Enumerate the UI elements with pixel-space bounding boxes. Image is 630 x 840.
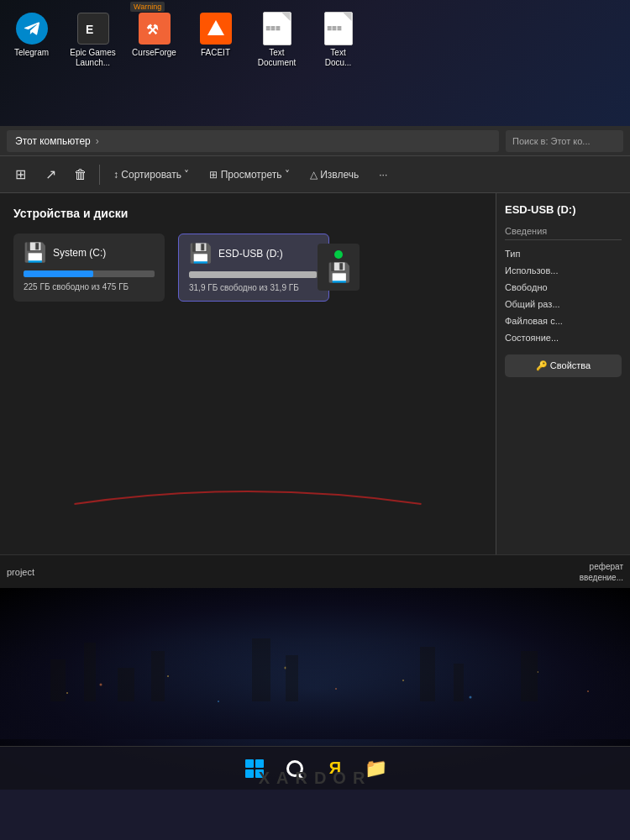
panel-row-free: Свободно (505, 282, 622, 292)
panel-section-label: Сведения (505, 226, 622, 240)
c-drive-bar-bg (24, 270, 155, 277)
telegram-icon-item[interactable]: Telegram (4, 8, 59, 61)
svg-point-3 (66, 692, 68, 694)
epic-games-app-icon: E (76, 12, 110, 45)
c-drive-bar-fill (24, 270, 93, 277)
panel-row-fs: Файловая с... (505, 316, 622, 326)
devices-section-label: Устройства и диски (13, 207, 482, 220)
c-drive-name: System (C:) (53, 247, 106, 259)
text-doc-2-icon-item[interactable]: ≡≡≡ TextDocu... (311, 8, 365, 71)
file-area: Устройства и диски 💾 System (C:) 225 ГБ … (0, 193, 496, 554)
d-drive-header: 💾 ESD-USB (D:) (189, 243, 318, 265)
faceit-app-icon (199, 12, 233, 45)
svg-point-8 (335, 688, 337, 690)
d-drive-name: ESD-USB (D:) (218, 248, 283, 260)
panel-row-type: Тип (505, 249, 622, 259)
brand-label: XARDOR (0, 769, 630, 790)
d-drive-bar-bg (189, 271, 318, 278)
address-bar: Этот компьютер › Поиск в: Этот ко... (0, 126, 630, 156)
panel-drive-title: ESD-USB (D:) (505, 203, 622, 216)
faceit-icon-item[interactable]: FACEIT (188, 8, 243, 61)
d-drive-icon: 💾 (189, 243, 212, 265)
toolbar-share-icon[interactable]: ↗ (37, 161, 64, 188)
properties-button[interactable]: 🔑 Свойства (505, 354, 622, 377)
extra-drive-item[interactable]: 💾 (318, 244, 360, 291)
more-button[interactable]: ··· (370, 161, 396, 188)
epic-games-icon-item[interactable]: E Epic GamesLaunch... (66, 8, 120, 71)
curseforge-label: CurseForge (132, 48, 176, 58)
svg-text:E: E (86, 23, 93, 36)
address-path-text: Этот компьютер (15, 135, 91, 147)
panel-row-used: Использов... (505, 265, 622, 276)
city-lights-svg (0, 592, 630, 743)
text-doc-1-icon-item[interactable]: ≡≡≡ TextDocument (249, 8, 304, 71)
extra-drive-icon: 💾 (321, 262, 356, 284)
file-explorer-toolbar: ⊞ ↗ 🗑 ↕ Сортировать ˅ ⊞ Просмотреть ˅ △ … (0, 156, 630, 193)
main-content: Устройства и диски 💾 System (C:) 225 ГБ … (0, 193, 630, 554)
task-project-label[interactable]: project (7, 567, 34, 577)
text-doc-2-label: TextDocu... (325, 48, 352, 68)
telegram-label: Telegram (14, 48, 49, 58)
toolbar-delete-icon[interactable]: 🗑 (67, 161, 94, 188)
extra-drive-dot (334, 250, 343, 259)
svg-rect-21 (521, 651, 538, 701)
sort-button[interactable]: ↕ Сортировать ˅ (105, 161, 197, 188)
svg-point-5 (167, 675, 169, 677)
panel-key-type: Тип (505, 249, 520, 259)
d-drive-bar-fill (189, 271, 317, 278)
text-document-2-icon: ≡≡≡ (322, 12, 355, 45)
search-box[interactable]: Поиск в: Этот ко... (506, 130, 623, 152)
panel-key-free: Свободно (505, 282, 548, 292)
task-strip: project рефератвведение... (0, 554, 630, 588)
curseforge-icon-item[interactable]: ⚒ CurseForge (127, 8, 181, 61)
desktop-icons: Telegram E Epic GamesLaunch... ⚒ CurseFo… (4, 4, 365, 71)
panel-key-used: Использов... (505, 265, 558, 276)
c-drive-info: 225 ГБ свободно из 475 ГБ (24, 282, 155, 291)
svg-point-10 (470, 696, 472, 699)
svg-rect-13 (50, 659, 66, 701)
svg-point-4 (100, 684, 102, 686)
text-doc-1-label: TextDocument (258, 48, 297, 68)
desktop: Telegram E Epic GamesLaunch... ⚒ CurseFo… (0, 0, 630, 126)
c-drive-icon: 💾 (24, 242, 46, 264)
svg-text:⚒: ⚒ (146, 23, 159, 37)
warning-badge: Warning (130, 2, 165, 12)
svg-rect-14 (84, 643, 96, 701)
text-document-1-icon: ≡≡≡ (260, 12, 294, 45)
panel-key-status: Состояние... (505, 333, 559, 343)
faceit-label: FACEIT (201, 48, 230, 58)
address-path[interactable]: Этот компьютер › (7, 130, 499, 152)
curseforge-app-icon: ⚒ (138, 12, 171, 45)
d-drive-item[interactable]: 💾 ESD-USB (D:) 31,9 ГБ свободно из 31,9 … (178, 234, 329, 302)
eject-button[interactable]: △ Извлечь (302, 161, 367, 188)
svg-rect-16 (151, 651, 165, 701)
panel-key-total: Общий раз... (505, 299, 560, 309)
drives-container: 💾 System (C:) 225 ГБ свободно из 475 ГБ … (13, 234, 482, 302)
address-chevron-icon: › (96, 135, 99, 147)
d-drive-info: 31,9 ГБ свободно из 31,9 ГБ (189, 283, 318, 292)
svg-rect-19 (420, 647, 435, 701)
svg-point-9 (402, 680, 404, 681)
svg-point-12 (587, 690, 589, 692)
task-referat-label[interactable]: рефератвведение... (580, 561, 623, 583)
c-drive-header: 💾 System (C:) (24, 242, 155, 264)
toolbar-icon-1[interactable]: ⊞ (7, 161, 34, 188)
svg-point-6 (218, 701, 219, 702)
svg-marker-2 (207, 20, 224, 35)
svg-rect-15 (118, 668, 134, 701)
toolbar-sep-1 (99, 165, 100, 185)
panel-key-fs: Файловая с... (505, 316, 563, 326)
search-placeholder: Поиск в: Этот ко... (512, 136, 591, 146)
telegram-app-icon (15, 12, 49, 45)
view-button[interactable]: ⊞ Просмотреть ˅ (201, 161, 298, 188)
svg-rect-17 (252, 638, 270, 701)
file-explorer-window: Этот компьютер › Поиск в: Этот ко... ⊞ ↗… (0, 126, 630, 588)
right-panel: ESD-USB (D:) Сведения Тип Использов... С… (496, 193, 630, 554)
desktop-wallpaper: Я 📁 XARDOR (0, 588, 630, 790)
panel-row-total: Общий раз... (505, 299, 622, 309)
svg-rect-18 (286, 655, 298, 701)
epic-label: Epic GamesLaunch... (70, 48, 115, 68)
panel-row-status: Состояние... (505, 333, 622, 343)
svg-rect-20 (454, 664, 464, 701)
c-drive-item[interactable]: 💾 System (C:) 225 ГБ свободно из 475 ГБ (13, 234, 165, 302)
